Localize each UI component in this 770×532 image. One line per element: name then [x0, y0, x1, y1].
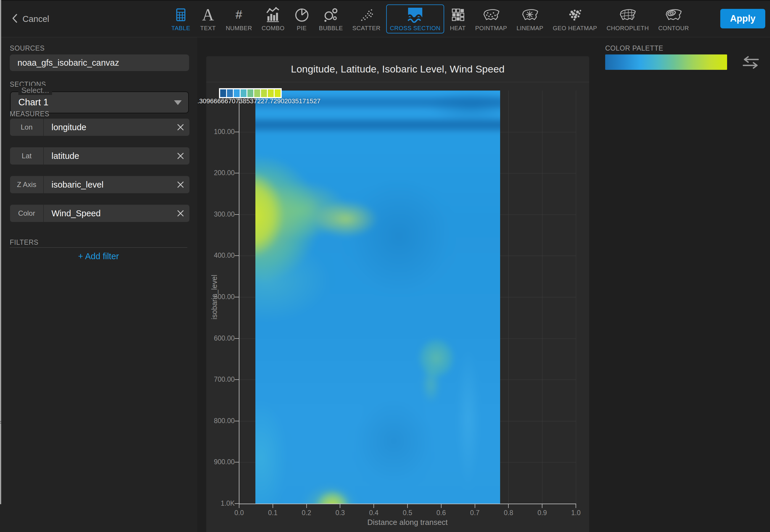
y-tick-label: 800.00	[207, 417, 235, 425]
y-tickmark	[235, 255, 239, 256]
color-palette-gradient[interactable]	[605, 54, 727, 70]
toolbar-item-pointmap[interactable]: POINTMAP	[471, 4, 511, 33]
number-icon: #	[232, 6, 245, 23]
remove-measure-button[interactable]	[172, 209, 189, 217]
y-tickmark	[235, 214, 239, 215]
measures-list: LonlongitudeLatlatitudeZ Axisisobaric_le…	[10, 118, 189, 233]
x-tickmark	[373, 504, 374, 508]
pie-icon	[294, 6, 310, 23]
toolbar-item-geo-heatmap[interactable]: GEO HEATMAP	[549, 4, 601, 33]
y-tick-label: 400.00	[207, 252, 235, 259]
toolbar-item-choropleth[interactable]: CHOROPLETH	[603, 4, 653, 33]
cross-section-icon	[407, 6, 424, 23]
cancel-button[interactable]: Cancel	[12, 1, 49, 37]
measure-field-value: Wind_Speed	[51, 209, 172, 218]
geo-heatmap-icon	[566, 6, 584, 23]
toolbar-item-scatter[interactable]: SCATTER	[349, 4, 384, 33]
legend-swatch	[261, 89, 267, 97]
y-tick-label: 300.00	[207, 210, 235, 218]
toolbar-item-label: CHOROPLETH	[607, 25, 649, 32]
source-input[interactable]: noaa_gfs_isobaric_canvaz	[10, 54, 189, 71]
y-tickmark	[235, 503, 239, 504]
x-tick-label: 0.2	[295, 509, 318, 517]
x-gridline	[508, 91, 509, 504]
svg-text:#: #	[236, 8, 242, 21]
filters-divider	[10, 247, 187, 248]
measure-slot-label: Z Axis	[10, 180, 43, 189]
measure-field-value: isobaric_level	[51, 180, 172, 190]
main-content: Longitude, Latitude, Isobaric Level, Win…	[197, 36, 770, 532]
toolbar-item-combo[interactable]: COMBO	[258, 4, 289, 33]
measure-slot-label: Lat	[10, 152, 43, 160]
x-tick-label: 0.3	[328, 509, 352, 517]
x-gridline	[542, 91, 542, 504]
chart-type-toolbar: TABLEATEXT#NUMBERCOMBOPIEBUBBLESCATTERCR…	[167, 1, 693, 37]
x-tick-label: 0.1	[261, 509, 285, 517]
y-tickmark	[235, 297, 239, 297]
x-tick-label: 0.6	[429, 509, 453, 517]
toolbar-item-label: SCATTER	[352, 25, 381, 32]
top-toolbar: Cancel TABLEATEXT#NUMBERCOMBOPIEBUBBLESC…	[0, 0, 770, 37]
add-filter-button[interactable]: + Add filter	[0, 252, 197, 261]
color-palette-label: COLOR PALETTE	[605, 44, 663, 52]
toolbar-item-label: POINTMAP	[475, 25, 507, 32]
toolbar-item-label: CROSS SECTION	[390, 25, 441, 32]
toolbar-item-pie[interactable]: PIE	[290, 4, 313, 33]
toolbar-item-label: BUBBLE	[319, 25, 343, 32]
apply-button[interactable]: Apply	[720, 9, 765, 28]
y-tickmark	[235, 379, 239, 380]
reverse-palette-icon[interactable]	[742, 56, 760, 70]
table-icon	[174, 6, 188, 23]
x-tickmark	[508, 504, 509, 508]
toolbar-item-cross-section[interactable]: CROSS SECTION	[386, 4, 444, 33]
measure-row: Lonlongitude	[10, 118, 190, 136]
cross-section-heatmap[interactable]	[255, 91, 500, 504]
x-tickmark	[340, 504, 340, 508]
measure-field-value: latitude	[51, 151, 172, 161]
chart-card: Longitude, Latitude, Isobaric Level, Win…	[206, 56, 589, 532]
remove-measure-button[interactable]	[172, 152, 189, 160]
remove-measure-button[interactable]	[172, 123, 189, 131]
left-scrollbar[interactable]	[0, 0, 1, 504]
legend-swatch	[247, 89, 253, 97]
x-tickmark	[542, 504, 542, 508]
toolbar-item-label: CONTOUR	[658, 25, 689, 32]
x-tickmark	[306, 504, 307, 508]
x-tickmark	[239, 504, 239, 508]
y-tick-label: 200.00	[207, 169, 235, 177]
measure-field-value: longitude	[51, 122, 172, 132]
toolbar-item-bubble[interactable]: BUBBLE	[315, 4, 347, 33]
legend-swatch	[220, 89, 226, 97]
toolbar-item-contour[interactable]: CONTOUR	[655, 4, 693, 33]
y-tickmark	[235, 173, 239, 173]
svg-text:A: A	[202, 6, 214, 23]
remove-measure-button[interactable]	[172, 181, 189, 188]
cancel-label: Cancel	[22, 14, 49, 24]
legend-swatch	[254, 89, 260, 97]
toolbar-item-label: HEAT	[450, 25, 465, 32]
toolbar-item-label: COMBO	[262, 25, 285, 32]
x-tickmark	[475, 504, 475, 508]
x-tick-label: 0.8	[497, 509, 520, 517]
chevron-down-icon	[174, 100, 182, 105]
toolbar-item-text[interactable]: ATEXT	[196, 4, 220, 33]
linemap-icon	[521, 6, 539, 23]
app-window: Cancel TABLEATEXT#NUMBERCOMBOPIEBUBBLESC…	[0, 0, 770, 532]
source-value: noaa_gfs_isobaric_canvaz	[17, 58, 119, 68]
toolbar-item-label: NUMBER	[226, 25, 252, 32]
toolbar-item-table[interactable]: TABLE	[167, 4, 194, 33]
x-tickmark	[441, 504, 442, 508]
toolbar-item-linemap[interactable]: LINEMAP	[513, 4, 547, 33]
toolbar-item-label: LINEMAP	[516, 25, 543, 32]
y-tick-label: 600.00	[207, 334, 235, 342]
x-axis-title: Distance along transect	[239, 518, 576, 527]
x-tick-label: 0.0	[227, 509, 251, 517]
plot-area[interactable]: isobaric_level Distance along transect .…	[206, 56, 589, 532]
pointmap-icon	[482, 6, 500, 23]
toolbar-item-heat[interactable]: HEAT	[446, 4, 469, 33]
toolbar-item-number[interactable]: #NUMBER	[222, 4, 256, 33]
y-tick-label: 100.00	[207, 128, 235, 136]
measure-slot-label: Color	[10, 209, 43, 217]
measure-separator	[43, 205, 44, 222]
measure-row: Latlatitude	[10, 147, 190, 165]
